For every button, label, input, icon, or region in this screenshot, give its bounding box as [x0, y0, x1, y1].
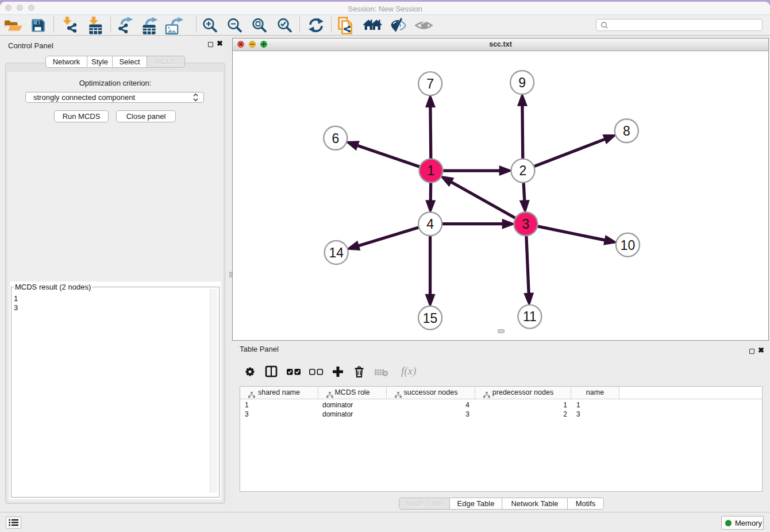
svg-text:3: 3	[522, 217, 530, 232]
svg-text:1: 1	[428, 163, 435, 178]
svg-text:9: 9	[518, 75, 526, 90]
svg-text:11: 11	[523, 309, 537, 324]
svg-text:4: 4	[426, 217, 434, 232]
svg-text:2: 2	[519, 163, 527, 178]
svg-text:14: 14	[329, 245, 344, 260]
svg-text:6: 6	[332, 131, 339, 146]
svg-text:15: 15	[423, 311, 438, 326]
svg-text:10: 10	[621, 238, 636, 253]
svg-text:7: 7	[426, 76, 434, 91]
svg-text:8: 8	[623, 124, 630, 138]
